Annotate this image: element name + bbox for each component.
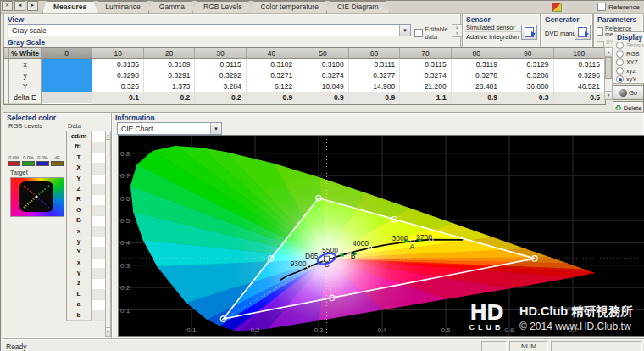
view-dropdown[interactable]: Gray scale ▾ <box>8 24 411 36</box>
target-color-gamut[interactable] <box>10 177 64 217</box>
column-header-10[interactable]: 10 <box>92 48 143 59</box>
value-cell[interactable] <box>92 163 106 174</box>
radio-xyy[interactable]: xyY <box>613 75 644 84</box>
grid-cell[interactable]: 0.3129 <box>502 59 553 70</box>
column-header-0[interactable]: 0 <box>42 48 92 59</box>
column-header-70[interactable]: 70 <box>400 48 451 59</box>
column-header-100[interactable]: 100 <box>554 48 605 59</box>
column-header-60[interactable]: 60 <box>349 48 400 59</box>
configure-generator-button[interactable] <box>575 25 591 40</box>
grid-cell[interactable]: 0.5 <box>554 92 605 104</box>
radio-rgb[interactable]: RGB <box>613 50 644 58</box>
column-header-30[interactable]: 30 <box>195 48 246 59</box>
grid-cell[interactable]: 36.800 <box>502 81 553 92</box>
scroll-down-icon[interactable]: ▼ <box>605 91 612 99</box>
grid-cell[interactable]: 0.3115 <box>400 59 451 70</box>
scroll-down-icon[interactable]: ▼ <box>106 327 110 336</box>
grid-cell[interactable]: 0.3292 <box>195 70 246 81</box>
value-cell[interactable] <box>92 258 106 269</box>
value-cell[interactable] <box>92 205 106 216</box>
grid-cell[interactable]: 0.3291 <box>144 70 195 81</box>
grid-cell[interactable]: 0.3135 <box>92 59 143 70</box>
grid-cell[interactable] <box>42 81 92 92</box>
tab-color-temperature[interactable]: Color temperature <box>249 1 330 13</box>
grid-cell[interactable]: 0.3115 <box>195 59 246 70</box>
configure-sensor-button[interactable] <box>521 25 537 40</box>
value-cell[interactable] <box>92 226 106 237</box>
grid-cell[interactable]: 6.122 <box>247 81 297 92</box>
value-cell[interactable] <box>92 310 106 321</box>
grid-cell[interactable]: 0.326 <box>92 81 143 92</box>
grid-cell[interactable]: 0.3286 <box>502 70 553 81</box>
grid-cell[interactable] <box>42 92 92 104</box>
value-cell[interactable] <box>92 153 106 164</box>
column-header-20[interactable]: 20 <box>144 48 195 59</box>
data-list-scrollbar[interactable]: ▲ ▼ <box>105 131 111 337</box>
grid-cell[interactable]: 0.9 <box>247 92 297 104</box>
grid-cell[interactable]: 0.3278 <box>452 70 502 81</box>
go-button[interactable]: Go <box>613 85 644 100</box>
grid-cell[interactable]: 10.049 <box>297 81 348 92</box>
grid-cell[interactable]: 28.481 <box>452 81 502 92</box>
grid-cell[interactable]: 0.3109 <box>144 59 195 70</box>
grid-cell[interactable]: 0.1 <box>92 92 143 104</box>
cie-chart[interactable]: 9300D655500400030002700ABC0.10.20.30.40.… <box>118 135 644 337</box>
tab-measures[interactable]: Measures <box>42 1 97 13</box>
radio-xyz[interactable]: xyz <box>613 67 644 75</box>
checkbox-box[interactable] <box>597 3 606 11</box>
grid-cell[interactable]: 0.3274 <box>297 70 348 81</box>
grid-cell[interactable]: 0.3271 <box>247 70 297 81</box>
close-icon[interactable]: ✕ <box>2 1 13 11</box>
grid-cell[interactable]: 1.373 <box>144 81 195 92</box>
grid-cell[interactable]: 0.3298 <box>92 70 143 81</box>
scroll-up-icon[interactable]: ▲ <box>106 131 110 140</box>
chevron-down-icon[interactable]: ▾ <box>210 123 221 134</box>
grid-cell[interactable]: 0.2 <box>144 92 195 104</box>
tab-cie-diagram[interactable]: CIE Diagram <box>326 1 390 13</box>
value-cell[interactable] <box>92 131 106 142</box>
column-header-50[interactable]: 50 <box>297 48 348 59</box>
grid-cell[interactable]: 0.3274 <box>400 70 451 81</box>
grid-cell[interactable] <box>42 70 92 81</box>
grid-cell[interactable]: 0.3296 <box>554 70 605 81</box>
column-header-90[interactable]: 90 <box>502 48 553 59</box>
value-cell[interactable] <box>92 215 106 226</box>
value-cell[interactable] <box>92 278 106 289</box>
table-scrollbar[interactable]: ▲ ▼ <box>604 47 613 100</box>
checkbox-box[interactable] <box>414 29 423 37</box>
grid-cell[interactable]: 14.980 <box>349 81 400 92</box>
column-header-80[interactable]: 80 <box>452 48 502 59</box>
grid-cell[interactable]: 0.3277 <box>349 70 400 81</box>
grid-cell[interactable]: 0.3115 <box>554 59 605 70</box>
grid-cell[interactable]: 21.200 <box>400 81 451 92</box>
grid-cell[interactable]: 46.521 <box>554 81 605 92</box>
grid-cell[interactable]: 3.284 <box>195 81 246 92</box>
reference-checkbox[interactable]: Reference <box>597 3 640 11</box>
value-cell[interactable] <box>92 247 106 258</box>
scroll-up-icon[interactable]: ▲ <box>605 48 612 57</box>
grid-cell[interactable] <box>42 59 92 70</box>
tab-rgb-levels[interactable]: RGB Levels <box>192 1 253 13</box>
column-header-40[interactable]: 40 <box>247 48 297 59</box>
value-cell[interactable] <box>92 142 106 153</box>
grid-cell[interactable]: 0.3108 <box>297 59 348 70</box>
grid-cell[interactable]: 1.1 <box>400 92 451 104</box>
grid-cell[interactable]: 0.9 <box>452 92 502 104</box>
scroll-tabs-right-icon[interactable]: ► <box>27 1 38 11</box>
value-cell[interactable] <box>92 194 106 205</box>
grid-cell[interactable]: 0.9 <box>349 92 400 104</box>
value-cell[interactable] <box>92 174 106 185</box>
grid-cell[interactable]: 0.9 <box>297 92 348 104</box>
scrollbar-thumb[interactable] <box>605 57 612 79</box>
value-cell[interactable] <box>92 268 106 279</box>
tab-gamma[interactable]: Gamma <box>148 1 196 13</box>
checkbox-box[interactable] <box>597 27 603 36</box>
value-cell[interactable] <box>92 237 106 248</box>
tab-luminance[interactable]: Luminance <box>94 1 152 13</box>
grid-cell[interactable]: 0.3119 <box>452 59 502 70</box>
radio-xyz[interactable]: XYZ <box>613 58 644 67</box>
spinner-up-icon[interactable]: ▲ <box>452 25 462 31</box>
scroll-tabs-left-icon[interactable]: ◄ <box>14 1 25 11</box>
grid-cell[interactable]: 0.3102 <box>247 59 297 70</box>
value-cell[interactable] <box>92 289 106 300</box>
